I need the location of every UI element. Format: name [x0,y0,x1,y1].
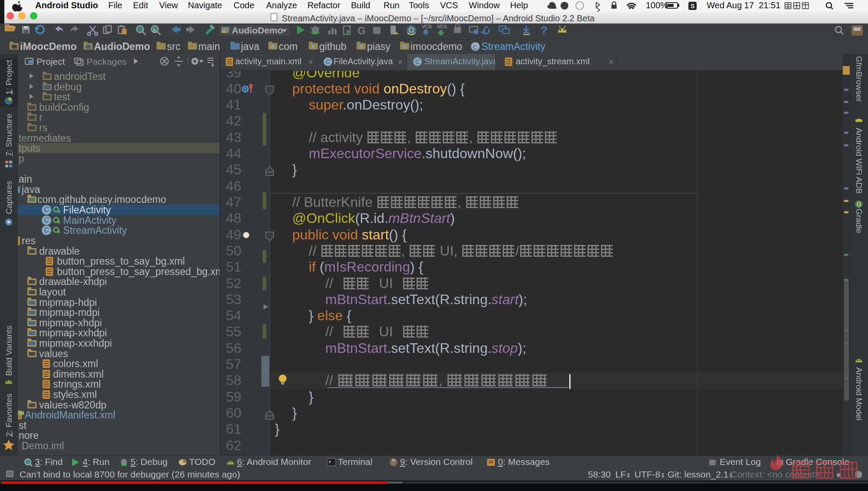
svg-text:C: C [473,43,477,51]
svg-text:?: ? [541,24,548,37]
svg-text:AudioDemo: AudioDemo [232,25,283,35]
svg-text:S: S [691,3,694,10]
svg-text:A: A [153,27,156,33]
svg-text:G: G [357,25,366,36]
svg-text:VCS: VCS [437,24,447,29]
svg-text:VCS: VCS [422,24,432,29]
